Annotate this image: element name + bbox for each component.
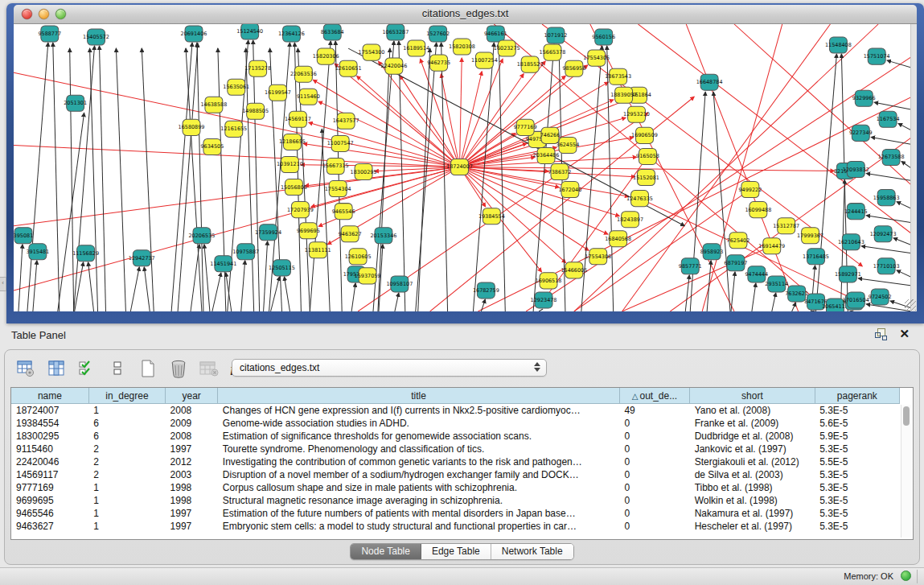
tab-network-table[interactable]: Network Table bbox=[491, 544, 573, 559]
table-cell[interactable]: Estimation of significance thresholds fo… bbox=[218, 430, 620, 443]
graph-node[interactable]: 11007547 bbox=[327, 135, 354, 151]
table-row[interactable]: 946362711997Embryonic stem cells: a mode… bbox=[11, 520, 900, 533]
table-row[interactable]: 911546021997Tourette syndrome. Phenomeno… bbox=[11, 443, 900, 455]
table-cell[interactable]: 1998 bbox=[166, 481, 218, 494]
graph-node[interactable]: 17710103 bbox=[873, 258, 900, 274]
graph-node[interactable]: 15056805 bbox=[281, 179, 307, 196]
graph-node[interactable]: 18243897 bbox=[617, 212, 643, 228]
table-cell[interactable]: 0 bbox=[619, 468, 689, 481]
graph-node[interactable]: 17554305 bbox=[583, 50, 610, 66]
graph-node[interactable]: 8958923 bbox=[700, 244, 724, 260]
graph-node[interactable]: 13716485 bbox=[803, 249, 829, 265]
column-visibility-icon[interactable] bbox=[47, 359, 66, 378]
table-cell[interactable]: 5.3E-5 bbox=[815, 443, 899, 455]
table-cell[interactable]: Changes of HCN gene expression and I(f) … bbox=[218, 404, 620, 418]
table-cell[interactable]: 2 bbox=[88, 443, 165, 455]
table-cell[interactable]: Genome-wide association studies in ADHD. bbox=[218, 417, 620, 430]
table-row[interactable]: 969969511998Structural magnetic resonanc… bbox=[11, 494, 900, 507]
table-cell[interactable]: Wolkin et al. (1998) bbox=[690, 494, 815, 507]
table-cell[interactable]: 1 bbox=[88, 404, 165, 418]
graph-node[interactable]: 11548408 bbox=[825, 37, 852, 53]
table-cell[interactable]: 9777169 bbox=[11, 481, 88, 494]
graph-node[interactable]: 1244415 bbox=[844, 204, 868, 220]
graph-node[interactable]: 9724502 bbox=[869, 289, 892, 305]
graph-node[interactable]: 16437577 bbox=[333, 113, 359, 129]
table-cell[interactable]: 9699695 bbox=[11, 494, 88, 507]
graph-node[interactable]: 19384554 bbox=[478, 208, 505, 225]
network-window-titlebar[interactable]: citations_edges.txt bbox=[14, 5, 917, 24]
graph-node[interactable]: 9777169 bbox=[514, 119, 537, 135]
graph-node[interactable]: 11007254 bbox=[471, 52, 498, 68]
table-row[interactable]: 1830029562008Estimation of significance … bbox=[11, 430, 900, 443]
table-cell[interactable]: 18724007 bbox=[11, 404, 88, 418]
table-cell[interactable]: Nakamura et al. (1997) bbox=[690, 507, 815, 520]
table-cell[interactable]: 2009 bbox=[166, 417, 218, 430]
graph-node[interactable]: 22420046 bbox=[380, 58, 407, 74]
graph-node[interactable]: 14988505 bbox=[242, 103, 269, 119]
table-cell[interactable]: 6 bbox=[88, 430, 165, 443]
table-cell[interactable]: Structural magnetic resonance image aver… bbox=[218, 494, 620, 507]
table-cell[interactable]: 5.3E-5 bbox=[815, 481, 899, 494]
graph-node[interactable]: 12610651 bbox=[335, 60, 362, 76]
table-cell[interactable]: 2 bbox=[88, 455, 165, 468]
graph-node[interactable]: 16189514 bbox=[403, 40, 429, 56]
graph-node[interactable]: 14569117 bbox=[285, 111, 311, 127]
table-cell[interactable]: Jankovic et al. (1997) bbox=[690, 443, 815, 455]
table-cell[interactable]: 14569117 bbox=[11, 468, 88, 481]
table-cell[interactable]: 49 bbox=[619, 404, 689, 418]
graph-node[interactable]: 12953210 bbox=[623, 106, 650, 122]
table-cell[interactable]: Tourette syndrome. Phenomenology and cla… bbox=[218, 443, 620, 455]
table-cell[interactable]: 5.9E-5 bbox=[815, 430, 899, 443]
table-cell[interactable]: 1 bbox=[88, 481, 165, 494]
table-cell[interactable]: 0 bbox=[619, 520, 689, 533]
table-cell[interactable]: Hescheler et al. (1997) bbox=[690, 520, 815, 533]
graph-node[interactable]: 16580899 bbox=[179, 119, 205, 135]
table-cell[interactable]: Franke et al. (2009) bbox=[690, 417, 815, 430]
table-cell[interactable]: 0 bbox=[619, 443, 689, 455]
graph-node[interactable]: 11156829 bbox=[72, 245, 99, 262]
graph-node[interactable]: 17554306 bbox=[585, 249, 611, 265]
graph-node[interactable]: 16648784 bbox=[696, 74, 723, 90]
float-panel-icon[interactable] bbox=[875, 328, 886, 340]
table-cell[interactable]: Estimation of the future numbers of pati… bbox=[218, 507, 620, 520]
graph-node[interactable]: 9560156 bbox=[592, 29, 615, 45]
table-cell[interactable]: 9463627 bbox=[11, 520, 88, 533]
column-header-out_de[interactable]: △out_de... bbox=[619, 388, 689, 404]
graph-node[interactable]: 1672040 bbox=[559, 182, 582, 198]
scrollbar-thumb[interactable] bbox=[903, 406, 910, 426]
table-cell[interactable]: 2012 bbox=[166, 455, 218, 468]
graph-node[interactable]: 18673543 bbox=[605, 68, 631, 84]
graph-node[interactable]: 15958863 bbox=[873, 190, 900, 206]
graph-node[interactable]: 9474444 bbox=[745, 266, 768, 282]
table-cell[interactable]: Disruption of a novel member of a sodium… bbox=[218, 468, 620, 481]
graph-node[interactable]: 9462735 bbox=[427, 55, 450, 71]
table-cell[interactable]: 1998 bbox=[166, 494, 218, 507]
table-cell[interactable]: Tibbo et al. (1998) bbox=[690, 481, 815, 494]
table-cell[interactable]: 22420046 bbox=[11, 455, 88, 468]
table-cell[interactable]: 9465546 bbox=[11, 507, 88, 520]
graph-node[interactable]: 12092473 bbox=[870, 226, 897, 242]
table-row[interactable]: 1872400712008Changes of HCN gene express… bbox=[11, 404, 900, 418]
table-cell[interactable]: 5.3E-5 bbox=[815, 494, 899, 507]
graph-node[interactable]: 1527602 bbox=[426, 26, 450, 42]
graph-node[interactable]: 16914479 bbox=[758, 238, 785, 254]
table-selector-dropdown[interactable]: citations_edges.txt bbox=[232, 359, 547, 377]
memory-ok-indicator[interactable] bbox=[901, 571, 911, 581]
graph-node[interactable]: 15405572 bbox=[83, 29, 109, 45]
graph-node[interactable]: 17359924 bbox=[255, 225, 281, 241]
graph-node[interactable]: 12161655 bbox=[220, 121, 247, 137]
table-cell[interactable]: 0 bbox=[619, 481, 689, 494]
graph-node[interactable]: 6879197 bbox=[725, 255, 748, 271]
table-row[interactable]: 2242004622012Investigating the contribut… bbox=[11, 455, 900, 468]
table-cell[interactable]: 2008 bbox=[166, 404, 218, 418]
graph-node[interactable]: 17999367 bbox=[797, 228, 823, 244]
graph-node[interactable]: 395081 bbox=[14, 228, 33, 244]
table-cell[interactable]: 2 bbox=[88, 468, 165, 481]
table-row[interactable]: 946554611997Estimation of the future num… bbox=[11, 507, 900, 520]
table-cell[interactable]: 1997 bbox=[166, 520, 218, 533]
graph-node[interactable]: 15312787 bbox=[773, 218, 799, 234]
table-cell[interactable]: 19384554 bbox=[11, 417, 88, 430]
graph-node[interactable]: 15892971 bbox=[835, 266, 861, 282]
table-cell[interactable]: 1997 bbox=[166, 443, 218, 455]
graph-node[interactable]: 9227349 bbox=[849, 125, 873, 141]
